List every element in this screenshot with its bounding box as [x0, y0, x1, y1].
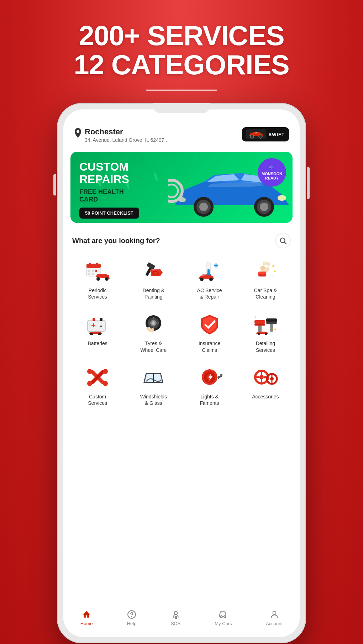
promo-banner[interactable]: CUSTOM REPAIRS FREE HEALTH CARD 50 POINT…: [70, 152, 293, 223]
svg-rect-66: [254, 320, 265, 324]
phone-volume-button: [53, 174, 56, 195]
insurance-icon: [195, 312, 224, 337]
svg-point-20: [168, 184, 178, 197]
service-item-detailing[interactable]: ✦ ✦ DetailingServices: [238, 307, 293, 358]
svg-point-17: [278, 195, 286, 201]
svg-rect-67: [254, 324, 265, 326]
hero-line2: 12 CATEGORIES: [0, 50, 363, 80]
svg-point-99: [174, 611, 177, 615]
svg-rect-69: [266, 318, 277, 322]
windshield-icon: [139, 365, 168, 390]
help-icon: [127, 610, 137, 619]
svg-rect-29: [95, 270, 97, 272]
svg-point-101: [221, 616, 222, 617]
ac-label: AC Service& Repair: [197, 287, 222, 300]
svg-rect-47: [258, 272, 266, 274]
service-item-batteries[interactable]: + - Batteries: [70, 307, 125, 358]
svg-point-78: [87, 369, 92, 374]
svg-point-81: [103, 381, 108, 386]
phone-power-button: [307, 167, 310, 199]
svg-text:✦: ✦: [273, 269, 276, 273]
svg-text:✦: ✦: [271, 263, 275, 269]
street-address: 34, Avenue, Leland Grove, IL 62407..: [85, 137, 167, 143]
detailing-label: DetailingServices: [256, 340, 275, 353]
phone-screen: Rochester 34, Avenue, Leland Grove, IL 6…: [63, 109, 300, 637]
city-name: Rochester: [85, 127, 167, 136]
batteries-label: Batteries: [88, 340, 107, 347]
nav-sos[interactable]: SOS: [171, 610, 181, 626]
phone-mockup: Rochester 34, Avenue, Leland Grove, IL 6…: [57, 103, 306, 644]
svg-point-10: [153, 171, 159, 182]
svg-point-94: [270, 377, 274, 381]
svg-point-45: [209, 278, 213, 281]
app-content: Rochester 34, Avenue, Leland Grove, IL 6…: [63, 109, 300, 637]
search-button[interactable]: [275, 233, 291, 248]
svg-point-98: [131, 616, 132, 617]
nav-account[interactable]: Account: [266, 610, 283, 626]
svg-rect-30: [88, 273, 90, 275]
ac-icon: [195, 259, 224, 284]
svg-rect-71: [270, 324, 273, 332]
svg-rect-51: [88, 320, 105, 332]
service-item-windshield[interactable]: Windshields& Glass: [126, 360, 180, 411]
account-icon: [269, 610, 279, 619]
nav-home[interactable]: Home: [80, 610, 93, 626]
custom-label: CustomServices: [88, 393, 107, 406]
home-nav-label: Home: [80, 621, 93, 626]
nav-mycars[interactable]: My Cars: [215, 610, 232, 626]
custom-icon: [83, 365, 112, 390]
svg-rect-25: [89, 263, 91, 266]
accessories-label: Accessories: [252, 393, 279, 400]
help-nav-label: Help: [127, 621, 137, 626]
accessories-icon: [251, 365, 280, 390]
location-info: Rochester 34, Avenue, Leland Grove, IL 6…: [74, 127, 167, 143]
svg-text:+: +: [91, 321, 96, 330]
service-item-accessories[interactable]: Accessories: [238, 360, 293, 411]
service-item-custom[interactable]: CustomServices: [70, 360, 125, 411]
mycars-icon: [218, 610, 228, 619]
svg-rect-100: [174, 616, 177, 619]
svg-point-7: [193, 155, 198, 160]
bottom-navigation: Home Help: [63, 605, 300, 637]
svg-text:✦: ✦: [273, 327, 277, 332]
search-label: What are you looking for?: [72, 237, 160, 245]
windshield-label: Windshields& Glass: [140, 393, 167, 406]
periodic-label: PeriodicServices: [88, 287, 107, 300]
sos-nav-label: SOS: [171, 621, 180, 626]
mycars-nav-label: My Cars: [215, 621, 232, 626]
hero-divider: [146, 90, 217, 91]
app-header: Rochester 34, Avenue, Leland Grove, IL 6…: [63, 109, 300, 148]
svg-point-44: [200, 278, 204, 281]
svg-rect-70: [266, 322, 277, 324]
svg-point-16: [260, 203, 268, 211]
svg-point-13: [199, 203, 208, 211]
svg-point-5: [140, 157, 144, 161]
car-name: SWIFT: [269, 132, 285, 137]
service-item-lights[interactable]: Lights &Fitments: [183, 360, 237, 411]
svg-point-80: [87, 381, 92, 386]
service-item-denting[interactable]: Denting &Painting: [126, 254, 180, 305]
service-item-ac[interactable]: AC Service& Repair: [183, 254, 237, 305]
service-item-tyres[interactable]: Tyres &Wheel Care: [126, 307, 180, 358]
service-item-spa[interactable]: ✦ ✦ ✦ Car Spa &Cleaning: [238, 254, 293, 305]
account-nav-label: Account: [266, 621, 283, 626]
denting-label: Denting &Painting: [143, 287, 164, 300]
service-item-periodic[interactable]: PeriodicServices: [70, 254, 125, 305]
svg-point-72: [258, 333, 260, 335]
svg-rect-31: [92, 273, 94, 275]
svg-text:-: -: [100, 321, 102, 330]
home-icon: [81, 610, 91, 619]
insurance-label: InsuranceClaims: [199, 340, 220, 353]
lights-icon: [195, 365, 224, 390]
denting-icon: [139, 259, 168, 284]
car-badge[interactable]: SWIFT: [242, 127, 289, 141]
svg-line-22: [284, 242, 286, 244]
svg-rect-52: [93, 318, 95, 321]
banner-cta-button[interactable]: 50 POINT CHECKLIST: [79, 208, 139, 219]
nav-help[interactable]: Help: [127, 610, 137, 626]
service-item-insurance[interactable]: InsuranceClaims: [183, 307, 237, 358]
svg-rect-28: [92, 270, 94, 272]
svg-point-79: [103, 369, 108, 374]
banner-subtitle: FREE HEALTH CARD: [79, 188, 139, 203]
svg-point-88: [259, 375, 264, 379]
